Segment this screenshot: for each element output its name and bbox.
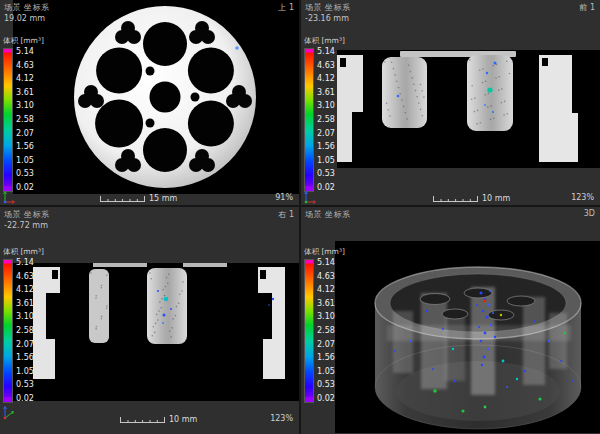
colorbar-tick-values: 5.144.634.123.613.102.582.071.561.050.53…: [16, 48, 34, 192]
defect-dot: [426, 310, 428, 312]
colorbar-tick-value: 0.02: [16, 395, 34, 403]
defect-dot: [479, 291, 482, 294]
slice-position-readout: -23.16 mm: [305, 14, 349, 23]
slice-image-front[interactable]: [337, 50, 600, 168]
colorbar-tick-value: 3.61: [317, 89, 335, 97]
defect-dot: [500, 314, 502, 316]
defect-dot: [484, 300, 487, 303]
colorbar-tick-value: 3.61: [16, 300, 34, 308]
colorbar-tick-value: 2.58: [16, 327, 34, 335]
bore-column: [382, 57, 427, 128]
colorbar-tick-value: 1.56: [317, 354, 335, 362]
colorbar-tick-value: 4.12: [317, 75, 335, 83]
volume-colorbar: 体积 [mm³] 5.144.634.123.613.102.582.071.5…: [304, 247, 345, 403]
colorbar-title: 体积 [mm³]: [304, 247, 345, 257]
colorbar-tick-value: 2.58: [16, 116, 34, 124]
defect-dot: [490, 324, 492, 326]
defect-dot: [494, 336, 496, 338]
colorbar-gradient[interactable]: [3, 48, 13, 192]
colorbar-tick-value: 0.02: [16, 184, 34, 192]
axis-triad-icon: [2, 188, 17, 204]
render-3d[interactable]: [335, 241, 600, 433]
colorbar-gradient[interactable]: [304, 259, 314, 403]
colorbar-gradient[interactable]: [304, 48, 314, 192]
colorbar-tick-value: 1.05: [317, 157, 335, 165]
defect-dot: [461, 409, 464, 412]
zoom-percentage: 123%: [270, 414, 293, 423]
colorbar-tick-value: 4.63: [317, 62, 335, 70]
colorbar-tick-value: 1.05: [16, 157, 34, 165]
defect-dot: [394, 350, 396, 352]
defect-dot: [516, 378, 518, 380]
viewport-right-slice[interactable]: 场景 坐标系 -22.72 mm 右 1 体积 [mm³] 5.144.634.…: [0, 207, 299, 434]
ct-analysis-app: 场景 坐标系 19.02 mm 上 1 体积 [mm³] 5.144.634.1…: [0, 0, 600, 434]
colorbar-tick-value: 5.14: [317, 259, 335, 267]
scale-bar-ticks: [433, 195, 479, 203]
viewport-3d[interactable]: 场景 坐标系 3D 体积 [mm³] 5.144.634.123.613.102…: [301, 207, 600, 434]
view-name-label: 上 1: [278, 2, 294, 13]
colorbar-title: 体积 [mm³]: [3, 247, 44, 257]
volume-colorbar: 体积 [mm³] 5.144.634.123.613.102.582.071.5…: [304, 36, 345, 192]
colorbar-tick-value: 2.07: [317, 130, 335, 138]
colorbar-tick-value: 5.14: [317, 48, 335, 56]
view-name-label: 右 1: [278, 209, 294, 220]
defect-dot: [484, 332, 487, 335]
colorbar-tick-value: 0.53: [317, 381, 335, 389]
defect-dot: [442, 328, 444, 330]
colorbar-tick-value: 2.58: [317, 116, 335, 124]
zoom-percentage: 91%: [275, 193, 293, 202]
ct-disc-slice: [13, 0, 299, 194]
defect-dot: [488, 304, 491, 307]
defect-dot: [452, 348, 454, 350]
defect-dot: [482, 310, 484, 312]
scale-bar-label: 10 mm: [482, 194, 510, 203]
defect-dot: [485, 315, 488, 318]
bore-column: [147, 268, 187, 344]
colorbar-tick-value: 3.10: [317, 102, 335, 110]
defect-dot: [454, 380, 456, 382]
slice-position-readout: -22.72 mm: [4, 221, 48, 230]
defect-dot: [548, 340, 550, 342]
colorbar-tick-value: 4.12: [317, 286, 335, 294]
defect-dot: [506, 386, 508, 388]
scale-bar-label: 10 mm: [169, 415, 197, 424]
colorbar-tick-values: 5.144.634.123.613.102.582.071.561.050.53…: [16, 259, 34, 403]
viewport-top-slice[interactable]: 场景 坐标系 19.02 mm 上 1 体积 [mm³] 5.144.634.1…: [0, 0, 299, 205]
zoom-percentage: 123%: [571, 193, 594, 202]
colorbar-tick-value: 5.14: [16, 48, 34, 56]
view-name-label: 3D: [584, 209, 595, 218]
defect-dot: [538, 397, 541, 400]
defect-dot: [534, 320, 536, 322]
colorbar-tick-value: 1.56: [16, 354, 34, 362]
bore-column: [467, 55, 513, 131]
colorbar-tick-value: 4.63: [317, 273, 335, 281]
defect-dot: [433, 389, 437, 393]
defect-dot: [484, 406, 487, 409]
colorbar-tick-values: 5.144.634.123.613.102.582.071.561.050.53…: [317, 259, 335, 403]
colorbar-tick-value: 4.63: [16, 273, 34, 281]
colorbar-gradient[interactable]: [3, 259, 13, 403]
scale-bar: 15 mm: [100, 194, 177, 203]
slice-image-top[interactable]: [13, 0, 299, 194]
top-plate: [93, 263, 147, 267]
scene-coordinate-label: 场景 坐标系: [305, 2, 351, 13]
scene-coordinate-label: 场景 坐标系: [305, 209, 351, 220]
defect-dot: [489, 290, 491, 292]
colorbar-tick-value: 3.61: [317, 300, 335, 308]
viewport-front-slice[interactable]: 场景 坐标系 -23.16 mm 前 1 体积 [mm³] 5.144.634.…: [301, 0, 600, 205]
scale-bar: 10 mm: [120, 415, 197, 424]
colorbar-tick-value: 3.10: [16, 313, 34, 321]
ct-3d-volume: [335, 241, 600, 433]
bore-column: [89, 269, 109, 343]
defect-dot: [478, 326, 480, 328]
colorbar-tick-value: 5.14: [16, 259, 34, 267]
scale-bar: 10 mm: [433, 194, 510, 203]
defect-dot: [480, 340, 482, 342]
ct-front-slice: [337, 50, 600, 168]
colorbar-tick-value: 2.07: [16, 341, 34, 349]
slice-image-right[interactable]: [13, 263, 299, 401]
defect-dot: [487, 348, 489, 350]
colorbar-title: 体积 [mm³]: [3, 36, 44, 46]
volume-colorbar: 体积 [mm³] 5.144.634.123.613.102.582.071.5…: [3, 36, 44, 192]
colorbar-tick-value: 4.63: [16, 62, 34, 70]
